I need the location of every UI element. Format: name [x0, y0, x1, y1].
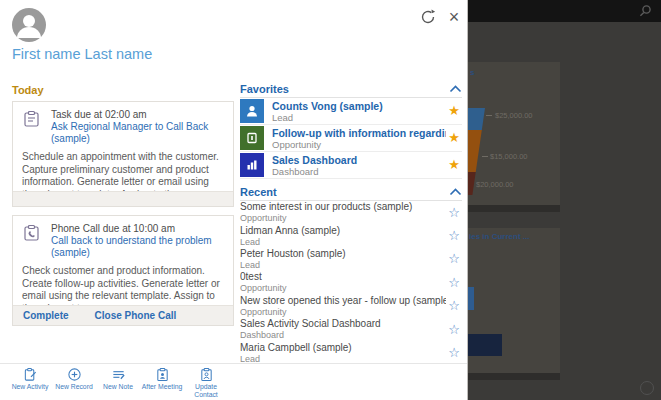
- update-contact-button[interactable]: Update Contact: [184, 367, 228, 398]
- favorites-collapse-chevron-up-icon[interactable]: [449, 85, 462, 93]
- user-name: First name Last name: [12, 46, 152, 62]
- today-section: Today Task due at 02:00 am Ask Regional …: [12, 84, 234, 334]
- favorite-item-lead[interactable]: Counts Vong (sample) Lead ★: [240, 98, 462, 125]
- recent-item-subtitle: Lead: [240, 237, 446, 248]
- top-nav-bar: [468, 0, 661, 22]
- new-note-label: New Note: [103, 383, 133, 391]
- after-meeting-button[interactable]: After Meeting: [140, 367, 184, 391]
- new-note-button[interactable]: New Note: [96, 367, 140, 391]
- recent-heading: Recent: [240, 186, 277, 198]
- recent-item[interactable]: Some interest in our products (sample) O…: [240, 201, 462, 224]
- star-filled-icon[interactable]: ★: [446, 158, 462, 172]
- recent-item-title: Some interest in our products (sample): [240, 201, 446, 213]
- opportunity-entity-icon: [240, 126, 264, 150]
- funnel-tick-1: [486, 115, 492, 116]
- favorite-item-subtitle: Dashboard: [272, 166, 446, 177]
- recent-item-subtitle: Lead: [240, 260, 446, 271]
- update-contact-icon: [199, 367, 214, 382]
- recent-item-title: Peter Houston (sample): [240, 248, 446, 260]
- recent-item[interactable]: Peter Houston (sample) Lead ☆: [240, 248, 462, 271]
- funnel-label-1: $25,000.00: [495, 111, 533, 120]
- star-outline-icon[interactable]: ☆: [446, 299, 462, 313]
- after-meeting-icon: [155, 367, 170, 382]
- dimmed-floating-button: [640, 381, 654, 395]
- after-meeting-label: After Meeting: [142, 383, 182, 391]
- favorite-item-title: Counts Vong (sample): [272, 100, 446, 112]
- refresh-icon: [418, 7, 438, 27]
- recent-item-subtitle: Opportunity: [240, 283, 446, 294]
- task-link[interactable]: Ask Regional Manager to Call Back (sampl…: [51, 121, 225, 145]
- profile-flyout-panel: × First name Last name Today Task due at…: [0, 0, 468, 400]
- task-due-text: Task due at 02:00 am: [51, 109, 225, 121]
- new-activity-icon: [23, 367, 38, 382]
- favorites-header: Favorites: [240, 84, 462, 98]
- new-activity-button[interactable]: New Activity: [8, 367, 52, 391]
- recent-item[interactable]: Lidman Anna (sample) Lead ☆: [240, 224, 462, 247]
- dimmed-pipeline-title-fragment: s: [470, 68, 474, 77]
- recent-item-subtitle: Opportunity: [240, 307, 446, 318]
- funnel-label-3: $20,000.00: [476, 180, 514, 189]
- new-record-button[interactable]: New Record: [52, 367, 96, 391]
- new-note-icon: [111, 367, 126, 382]
- funnel-label-2: $15,000.00: [490, 152, 528, 161]
- new-record-icon: [67, 367, 82, 382]
- recent-item[interactable]: New store opened this year - follow up (…: [240, 295, 462, 318]
- new-activity-label: New Activity: [12, 383, 49, 391]
- complete-action[interactable]: Complete: [23, 310, 69, 321]
- recent-collapse-chevron-up-icon[interactable]: [449, 188, 462, 196]
- task-description: Schedule an appointment with the custome…: [13, 145, 233, 191]
- star-outline-icon[interactable]: ☆: [446, 346, 462, 360]
- update-contact-label: Update Contact: [184, 383, 228, 398]
- star-filled-icon[interactable]: ★: [446, 104, 462, 118]
- phone-call-card[interactable]: Phone Call due at 10:00 am Call back to …: [12, 215, 234, 326]
- avatar[interactable]: [12, 8, 46, 42]
- recent-item-title: Maria Campbell (sample): [240, 342, 446, 354]
- favorite-item-opportunity[interactable]: Follow-up with information regarding our…: [240, 125, 462, 152]
- phone-call-due-text: Phone Call due at 10:00 am: [51, 223, 225, 235]
- recent-item[interactable]: Maria Campbell (sample) Lead ☆: [240, 341, 462, 364]
- screen: s $25,000.00 $15,000.00 $20,000.00 ies i…: [0, 0, 661, 400]
- task-card-footer: [13, 191, 233, 206]
- funnel-tick-2: [482, 156, 488, 157]
- phone-call-description: Check customer and product information. …: [13, 259, 233, 305]
- favorite-item-subtitle: Lead: [272, 112, 446, 123]
- phone-call-activity-icon: [22, 223, 42, 243]
- refresh-button[interactable]: [418, 7, 438, 27]
- recent-item-subtitle: Opportunity: [240, 213, 446, 224]
- favorites-heading: Favorites: [240, 83, 289, 95]
- recent-item-title: New store opened this year - follow up (…: [240, 295, 446, 307]
- quick-create-toolbar: New Activity New Record New Note: [0, 363, 467, 400]
- star-filled-icon[interactable]: ★: [446, 131, 462, 145]
- star-outline-icon[interactable]: ☆: [446, 323, 462, 337]
- dashboard-entity-icon: [240, 153, 264, 177]
- today-heading: Today: [12, 84, 234, 96]
- recent-item-title: Sales Activity Social Dashboard: [240, 318, 446, 330]
- dimmed-bar-blue: [468, 287, 474, 310]
- search-icon[interactable]: [637, 3, 653, 19]
- favorite-item-title: Sales Dashboard: [272, 154, 446, 166]
- star-outline-icon[interactable]: ☆: [446, 252, 462, 266]
- recent-item-title: Lidman Anna (sample): [240, 225, 446, 237]
- task-card[interactable]: Task due at 02:00 am Ask Regional Manage…: [12, 101, 234, 207]
- favorite-item-title: Follow-up with information regarding our…: [272, 127, 446, 139]
- dimmed-bar-navy: [468, 334, 502, 356]
- new-record-label: New Record: [55, 383, 92, 391]
- recent-header: Recent: [240, 187, 462, 201]
- task-activity-icon: [22, 109, 42, 129]
- close-button[interactable]: ×: [444, 7, 464, 27]
- recent-item[interactable]: Sales Activity Social Dashboard Dashboar…: [240, 318, 462, 341]
- star-outline-icon[interactable]: ☆: [446, 276, 462, 290]
- lead-entity-icon: [240, 99, 264, 123]
- star-outline-icon[interactable]: ☆: [446, 206, 462, 220]
- phone-call-link[interactable]: Call back to understand the problem (sam…: [51, 235, 225, 259]
- recent-item-title: 0test: [240, 271, 446, 283]
- favorites-recent-section: Favorites Counts Vong (sample) Lead ★: [240, 84, 462, 365]
- dimmed-chart-title-fragment: ies in Current ...: [469, 232, 529, 241]
- close-phone-call-action[interactable]: Close Phone Call: [95, 310, 177, 321]
- phone-call-card-footer: Complete Close Phone Call: [13, 305, 233, 325]
- favorite-item-dashboard[interactable]: Sales Dashboard Dashboard ★: [240, 152, 462, 179]
- recent-item[interactable]: 0test Opportunity ☆: [240, 271, 462, 294]
- star-outline-icon[interactable]: ☆: [446, 229, 462, 243]
- recent-item-subtitle: Dashboard: [240, 330, 446, 341]
- favorite-item-subtitle: Opportunity: [272, 139, 446, 150]
